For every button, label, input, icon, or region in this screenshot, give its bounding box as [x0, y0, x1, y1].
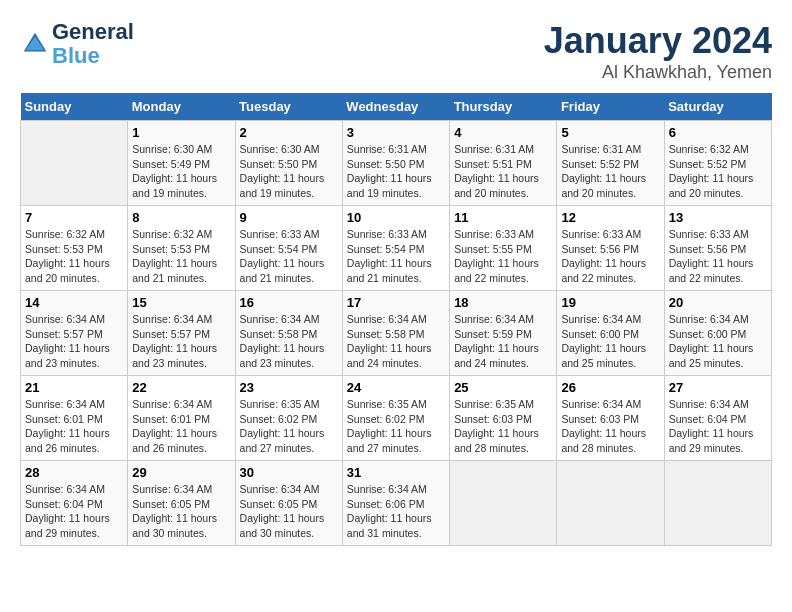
day-cell: 5Sunrise: 6:31 AMSunset: 5:52 PMDaylight… — [557, 121, 664, 206]
day-info: Sunrise: 6:32 AMSunset: 5:53 PMDaylight:… — [132, 227, 230, 286]
day-info: Sunrise: 6:34 AMSunset: 5:59 PMDaylight:… — [454, 312, 552, 371]
day-cell: 12Sunrise: 6:33 AMSunset: 5:56 PMDayligh… — [557, 206, 664, 291]
day-number: 31 — [347, 465, 445, 480]
week-row-5: 28Sunrise: 6:34 AMSunset: 6:04 PMDayligh… — [21, 461, 772, 546]
day-info: Sunrise: 6:34 AMSunset: 6:06 PMDaylight:… — [347, 482, 445, 541]
day-cell: 23Sunrise: 6:35 AMSunset: 6:02 PMDayligh… — [235, 376, 342, 461]
day-cell: 31Sunrise: 6:34 AMSunset: 6:06 PMDayligh… — [342, 461, 449, 546]
day-number: 3 — [347, 125, 445, 140]
day-cell: 4Sunrise: 6:31 AMSunset: 5:51 PMDaylight… — [450, 121, 557, 206]
day-cell: 27Sunrise: 6:34 AMSunset: 6:04 PMDayligh… — [664, 376, 771, 461]
day-info: Sunrise: 6:34 AMSunset: 5:58 PMDaylight:… — [347, 312, 445, 371]
day-cell — [21, 121, 128, 206]
day-number: 11 — [454, 210, 552, 225]
day-number: 25 — [454, 380, 552, 395]
day-number: 20 — [669, 295, 767, 310]
day-info: Sunrise: 6:34 AMSunset: 6:05 PMDaylight:… — [132, 482, 230, 541]
header-cell-sunday: Sunday — [21, 93, 128, 121]
day-info: Sunrise: 6:31 AMSunset: 5:52 PMDaylight:… — [561, 142, 659, 201]
day-number: 23 — [240, 380, 338, 395]
day-info: Sunrise: 6:34 AMSunset: 6:03 PMDaylight:… — [561, 397, 659, 456]
day-info: Sunrise: 6:30 AMSunset: 5:49 PMDaylight:… — [132, 142, 230, 201]
day-cell: 18Sunrise: 6:34 AMSunset: 5:59 PMDayligh… — [450, 291, 557, 376]
logo-icon — [20, 29, 50, 59]
location-title: Al Khawkhah, Yemen — [544, 62, 772, 83]
page-header: General Blue January 2024 Al Khawkhah, Y… — [20, 20, 772, 83]
day-info: Sunrise: 6:35 AMSunset: 6:02 PMDaylight:… — [240, 397, 338, 456]
day-cell: 3Sunrise: 6:31 AMSunset: 5:50 PMDaylight… — [342, 121, 449, 206]
header-cell-saturday: Saturday — [664, 93, 771, 121]
day-cell: 9Sunrise: 6:33 AMSunset: 5:54 PMDaylight… — [235, 206, 342, 291]
day-cell: 8Sunrise: 6:32 AMSunset: 5:53 PMDaylight… — [128, 206, 235, 291]
logo-line1: General — [52, 20, 134, 44]
header-cell-friday: Friday — [557, 93, 664, 121]
day-cell: 17Sunrise: 6:34 AMSunset: 5:58 PMDayligh… — [342, 291, 449, 376]
logo: General Blue — [20, 20, 134, 68]
header-cell-tuesday: Tuesday — [235, 93, 342, 121]
day-cell: 16Sunrise: 6:34 AMSunset: 5:58 PMDayligh… — [235, 291, 342, 376]
day-cell — [450, 461, 557, 546]
day-number: 27 — [669, 380, 767, 395]
day-info: Sunrise: 6:34 AMSunset: 5:58 PMDaylight:… — [240, 312, 338, 371]
day-cell: 26Sunrise: 6:34 AMSunset: 6:03 PMDayligh… — [557, 376, 664, 461]
day-info: Sunrise: 6:34 AMSunset: 6:00 PMDaylight:… — [561, 312, 659, 371]
day-number: 5 — [561, 125, 659, 140]
day-info: Sunrise: 6:35 AMSunset: 6:02 PMDaylight:… — [347, 397, 445, 456]
day-number: 22 — [132, 380, 230, 395]
day-cell: 10Sunrise: 6:33 AMSunset: 5:54 PMDayligh… — [342, 206, 449, 291]
day-number: 17 — [347, 295, 445, 310]
day-info: Sunrise: 6:34 AMSunset: 6:01 PMDaylight:… — [25, 397, 123, 456]
day-number: 4 — [454, 125, 552, 140]
week-row-2: 7Sunrise: 6:32 AMSunset: 5:53 PMDaylight… — [21, 206, 772, 291]
calendar-header-row: SundayMondayTuesdayWednesdayThursdayFrid… — [21, 93, 772, 121]
day-number: 18 — [454, 295, 552, 310]
day-number: 12 — [561, 210, 659, 225]
header-cell-monday: Monday — [128, 93, 235, 121]
day-info: Sunrise: 6:34 AMSunset: 5:57 PMDaylight:… — [132, 312, 230, 371]
day-cell: 1Sunrise: 6:30 AMSunset: 5:49 PMDaylight… — [128, 121, 235, 206]
week-row-1: 1Sunrise: 6:30 AMSunset: 5:49 PMDaylight… — [21, 121, 772, 206]
day-cell: 2Sunrise: 6:30 AMSunset: 5:50 PMDaylight… — [235, 121, 342, 206]
day-number: 30 — [240, 465, 338, 480]
day-number: 21 — [25, 380, 123, 395]
day-info: Sunrise: 6:31 AMSunset: 5:50 PMDaylight:… — [347, 142, 445, 201]
day-number: 6 — [669, 125, 767, 140]
day-number: 26 — [561, 380, 659, 395]
day-number: 28 — [25, 465, 123, 480]
day-cell: 13Sunrise: 6:33 AMSunset: 5:56 PMDayligh… — [664, 206, 771, 291]
day-cell: 20Sunrise: 6:34 AMSunset: 6:00 PMDayligh… — [664, 291, 771, 376]
day-info: Sunrise: 6:34 AMSunset: 6:01 PMDaylight:… — [132, 397, 230, 456]
day-info: Sunrise: 6:33 AMSunset: 5:55 PMDaylight:… — [454, 227, 552, 286]
day-cell: 25Sunrise: 6:35 AMSunset: 6:03 PMDayligh… — [450, 376, 557, 461]
day-cell: 7Sunrise: 6:32 AMSunset: 5:53 PMDaylight… — [21, 206, 128, 291]
day-number: 2 — [240, 125, 338, 140]
day-info: Sunrise: 6:34 AMSunset: 6:04 PMDaylight:… — [25, 482, 123, 541]
day-info: Sunrise: 6:35 AMSunset: 6:03 PMDaylight:… — [454, 397, 552, 456]
day-cell — [664, 461, 771, 546]
day-info: Sunrise: 6:34 AMSunset: 6:00 PMDaylight:… — [669, 312, 767, 371]
day-info: Sunrise: 6:32 AMSunset: 5:52 PMDaylight:… — [669, 142, 767, 201]
day-number: 24 — [347, 380, 445, 395]
day-cell: 22Sunrise: 6:34 AMSunset: 6:01 PMDayligh… — [128, 376, 235, 461]
day-info: Sunrise: 6:32 AMSunset: 5:53 PMDaylight:… — [25, 227, 123, 286]
day-info: Sunrise: 6:31 AMSunset: 5:51 PMDaylight:… — [454, 142, 552, 201]
day-number: 9 — [240, 210, 338, 225]
day-cell — [557, 461, 664, 546]
day-number: 1 — [132, 125, 230, 140]
day-number: 29 — [132, 465, 230, 480]
day-info: Sunrise: 6:34 AMSunset: 5:57 PMDaylight:… — [25, 312, 123, 371]
calendar-body: 1Sunrise: 6:30 AMSunset: 5:49 PMDaylight… — [21, 121, 772, 546]
day-info: Sunrise: 6:33 AMSunset: 5:54 PMDaylight:… — [240, 227, 338, 286]
day-cell: 30Sunrise: 6:34 AMSunset: 6:05 PMDayligh… — [235, 461, 342, 546]
header-cell-thursday: Thursday — [450, 93, 557, 121]
day-number: 19 — [561, 295, 659, 310]
month-title: January 2024 — [544, 20, 772, 62]
day-cell: 15Sunrise: 6:34 AMSunset: 5:57 PMDayligh… — [128, 291, 235, 376]
day-number: 15 — [132, 295, 230, 310]
logo-line2: Blue — [52, 44, 134, 68]
day-cell: 28Sunrise: 6:34 AMSunset: 6:04 PMDayligh… — [21, 461, 128, 546]
day-number: 14 — [25, 295, 123, 310]
day-number: 13 — [669, 210, 767, 225]
day-info: Sunrise: 6:34 AMSunset: 6:05 PMDaylight:… — [240, 482, 338, 541]
day-number: 8 — [132, 210, 230, 225]
